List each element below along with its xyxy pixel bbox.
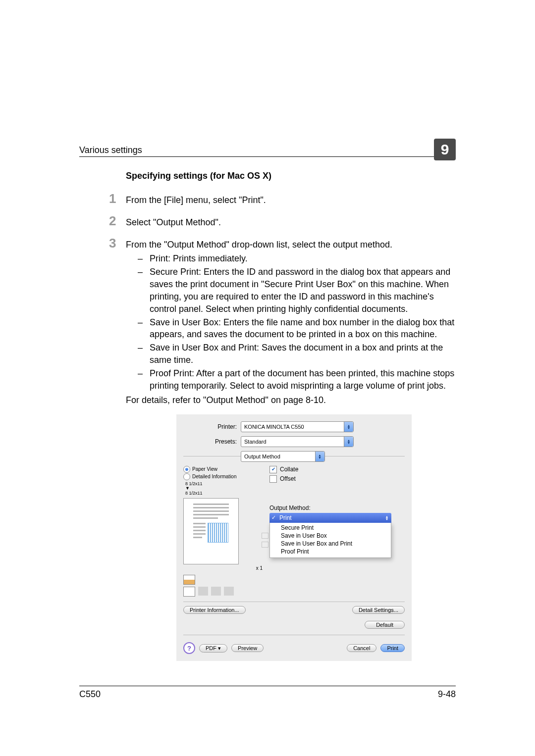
offset-checkbox[interactable]: Offset bbox=[269, 475, 405, 483]
copies-count: x 1 bbox=[183, 565, 265, 571]
collate-checkbox[interactable]: ✔ Collate bbox=[269, 466, 405, 473]
layout-thumb-icon[interactable] bbox=[198, 587, 208, 596]
output-method-option[interactable]: Proof Print bbox=[270, 548, 391, 555]
hidden-control-icon bbox=[262, 542, 268, 548]
check-icon: ✓ bbox=[271, 514, 276, 521]
page-header-title: Various settings bbox=[79, 145, 434, 155]
sub-item-text: Print: Prints immediately. bbox=[150, 252, 248, 265]
print-button[interactable]: Print bbox=[380, 644, 405, 652]
cancel-button[interactable]: Cancel bbox=[347, 644, 376, 652]
section-heading: Specifying settings (for Mac OS X) bbox=[79, 171, 456, 181]
detail-settings-button[interactable]: Detail Settings... bbox=[352, 606, 405, 614]
chapter-badge: 9 bbox=[434, 139, 456, 160]
output-method-option[interactable]: Save in User Box bbox=[270, 532, 391, 540]
output-method-options: Secure Print Save in User Box Save in Us… bbox=[269, 523, 391, 558]
presets-label: Presets: bbox=[183, 438, 241, 445]
step-number: 2 bbox=[109, 214, 126, 229]
pdf-button[interactable]: PDF ▾ bbox=[199, 644, 227, 653]
sub-item-text: Proof Print: After a part of the documen… bbox=[150, 367, 456, 392]
updown-icon: ▲▼ bbox=[382, 513, 391, 523]
sub-item-text: Save in User Box: Enters the file name a… bbox=[150, 316, 456, 341]
hidden-control-icon bbox=[262, 533, 268, 539]
printer-label: Printer: bbox=[183, 423, 241, 430]
step-text: From the [File] menu, select "Print". bbox=[126, 192, 266, 206]
bullet-dash: – bbox=[138, 342, 150, 366]
step-text: From the "Output Method" drop-down list,… bbox=[126, 237, 392, 251]
output-method-option[interactable]: Save in User Box and Print bbox=[270, 540, 391, 548]
help-icon[interactable]: ? bbox=[183, 642, 195, 654]
paper-size-bottom: 8 1/2x11 bbox=[185, 491, 203, 496]
checkbox-icon bbox=[269, 475, 277, 483]
preview-button[interactable]: Preview bbox=[231, 644, 264, 652]
default-button[interactable]: Default bbox=[365, 621, 405, 629]
updown-icon: ▲▼ bbox=[315, 452, 324, 461]
bullet-dash: – bbox=[138, 316, 150, 341]
sub-item-text: Save in User Box and Print: Saves the do… bbox=[150, 342, 456, 366]
layout-thumb-icon[interactable] bbox=[183, 587, 195, 597]
presets-value: Standard bbox=[244, 439, 267, 445]
updown-icon: ▲▼ bbox=[344, 437, 353, 447]
print-dialog: Printer: KONICA MINOLTA C550 ▲▼ Presets:… bbox=[176, 414, 412, 661]
sub-item-text: Secure Print: Enters the ID and password… bbox=[150, 266, 456, 315]
radio-icon bbox=[183, 466, 190, 473]
footer-page: 9-48 bbox=[438, 689, 456, 700]
output-method-label: Output Method: bbox=[269, 504, 405, 511]
output-method-selected: Print bbox=[274, 514, 292, 521]
footer-model: C550 bbox=[79, 689, 101, 700]
bullet-dash: – bbox=[138, 367, 150, 392]
panel-value: Output Method bbox=[244, 454, 280, 459]
detailed-info-radio[interactable]: Detailed Information bbox=[183, 473, 265, 480]
bullet-dash: – bbox=[138, 266, 150, 315]
printer-value: KONICA MINOLTA C550 bbox=[244, 424, 304, 430]
layout-thumb-icon[interactable] bbox=[211, 587, 221, 596]
printer-information-button[interactable]: Printer Information... bbox=[183, 606, 246, 614]
paper-view-radio[interactable]: Paper View bbox=[183, 466, 265, 473]
presets-select[interactable]: Standard ▲▼ bbox=[241, 436, 354, 447]
collate-label: Collate bbox=[280, 466, 298, 473]
layout-thumb-icon[interactable] bbox=[183, 575, 195, 585]
step-number: 1 bbox=[109, 192, 126, 206]
output-method-option[interactable]: Secure Print bbox=[270, 524, 391, 532]
printer-select[interactable]: KONICA MINOLTA C550 ▲▼ bbox=[241, 421, 354, 432]
paper-size-top: 8 1/2x11 bbox=[185, 481, 203, 486]
details-reference: For details, refer to "Output Method" on… bbox=[79, 395, 456, 405]
radio-icon bbox=[183, 473, 190, 480]
layout-thumb-icon[interactable] bbox=[224, 587, 234, 596]
paper-view-label: Paper View bbox=[192, 466, 217, 472]
step-number: 3 bbox=[109, 237, 126, 251]
output-method-select[interactable]: ✓ Print ▲▼ Secure Print Save in User Box… bbox=[269, 513, 391, 558]
checkbox-icon: ✔ bbox=[269, 466, 277, 473]
updown-icon: ▲▼ bbox=[344, 422, 353, 432]
bullet-dash: – bbox=[138, 252, 150, 265]
step-text: Select "Output Method". bbox=[126, 214, 221, 229]
panel-select[interactable]: Output Method ▲▼ bbox=[241, 451, 325, 462]
detailed-info-label: Detailed Information bbox=[192, 474, 237, 479]
page-preview bbox=[183, 498, 239, 564]
offset-label: Offset bbox=[280, 475, 296, 482]
